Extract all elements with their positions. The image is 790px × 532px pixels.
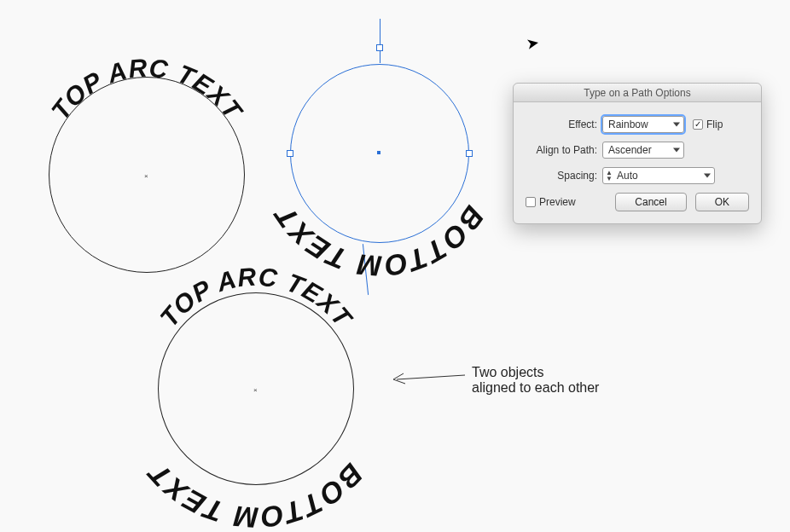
chevron-down-icon: [673, 148, 680, 153]
annotation-line2: aligned to each other: [472, 380, 599, 396]
chevron-down-icon: [673, 123, 680, 127]
svg-text:TOP ARC TEXT: TOP ARC TEXT: [154, 263, 358, 333]
chevron-down-icon: [704, 174, 711, 178]
effect-select[interactable]: Rainbow: [602, 116, 684, 133]
annotation-arrow: [388, 358, 473, 392]
effect-label: Effect:: [526, 119, 597, 130]
svg-text:BOTTOM TEXT: BOTTOM TEXT: [141, 456, 369, 532]
spacing-label: Spacing:: [526, 170, 597, 182]
dialog-title: Type on a Path Options: [514, 84, 761, 102]
flip-checkbox-label: Flip: [706, 119, 723, 130]
cancel-button[interactable]: Cancel: [615, 193, 686, 211]
align-select[interactable]: Ascender: [602, 142, 684, 159]
stepper-arrows-icon: ▲▼: [606, 170, 613, 182]
annotation-line1: Two objects: [472, 365, 599, 380]
preview-checkbox-label: Preview: [539, 196, 576, 208]
spacing-select-value: Auto: [617, 170, 638, 182]
arc-combined-top-label: TOP ARC TEXT: [154, 263, 358, 333]
ok-button[interactable]: OK: [695, 193, 749, 211]
cursor-pointer: ➤: [525, 33, 541, 54]
flip-checkbox[interactable]: ✓ Flip: [693, 119, 723, 130]
effect-select-value: Rainbow: [608, 119, 648, 130]
preview-checkbox[interactable]: Preview: [526, 196, 576, 208]
spacing-select[interactable]: ▲▼ Auto: [602, 167, 715, 184]
annotation-text: Two objects aligned to each other: [472, 365, 599, 396]
type-on-path-dialog: Type on a Path Options Effect: Rainbow ✓…: [513, 83, 762, 224]
preview-checkbox-box: [526, 197, 536, 207]
flip-checkbox-box: ✓: [693, 119, 703, 130]
arc-combined-bottom-label: BOTTOM TEXT: [141, 456, 369, 532]
canvas[interactable]: × TOP ARC TEXT BOTTOM TEXT ×: [0, 0, 790, 532]
svg-line-4: [397, 375, 465, 379]
align-select-value: Ascender: [608, 144, 652, 156]
arc-text-combined: TOP ARC TEXT BOTTOM TEXT: [0, 0, 512, 532]
align-label: Align to Path:: [526, 144, 597, 156]
